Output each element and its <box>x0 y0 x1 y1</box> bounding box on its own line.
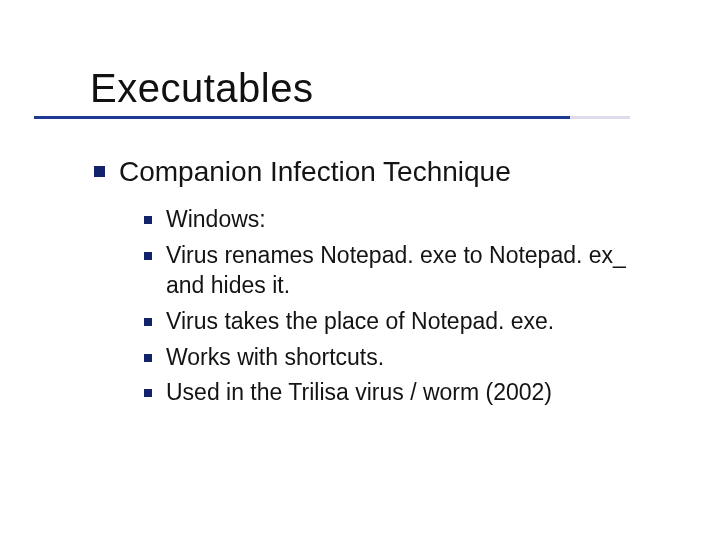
list-item-level2: Virus renames Notepad. exe to Notepad. e… <box>144 241 674 301</box>
level2-text: Works with shortcuts. <box>166 343 384 373</box>
level2-text: Virus takes the place of Notepad. exe. <box>166 307 554 337</box>
slide-body: Companion Infection Technique Windows: V… <box>94 154 674 414</box>
list-item-level2: Windows: <box>144 205 674 235</box>
level2-group: Windows: Virus renames Notepad. exe to N… <box>144 205 674 408</box>
level2-text: Windows: <box>166 205 266 235</box>
square-bullet-icon <box>144 389 152 397</box>
square-bullet-icon <box>144 354 152 362</box>
title-underline-tail <box>570 116 630 119</box>
square-bullet-icon <box>94 166 105 177</box>
slide: Executables Companion Infection Techniqu… <box>0 0 720 540</box>
level2-text: Virus renames Notepad. exe to Notepad. e… <box>166 241 666 301</box>
list-item-level2: Works with shortcuts. <box>144 343 674 373</box>
title-underline <box>34 116 570 119</box>
slide-title: Executables <box>90 66 313 113</box>
square-bullet-icon <box>144 252 152 260</box>
level2-text: Used in the Trilisa virus / worm (2002) <box>166 378 552 408</box>
title-wrap: Executables <box>90 66 313 113</box>
list-item-level1: Companion Infection Technique <box>94 154 674 189</box>
square-bullet-icon <box>144 318 152 326</box>
list-item-level2: Virus takes the place of Notepad. exe. <box>144 307 674 337</box>
level1-text: Companion Infection Technique <box>119 154 511 189</box>
list-item-level2: Used in the Trilisa virus / worm (2002) <box>144 378 674 408</box>
square-bullet-icon <box>144 216 152 224</box>
